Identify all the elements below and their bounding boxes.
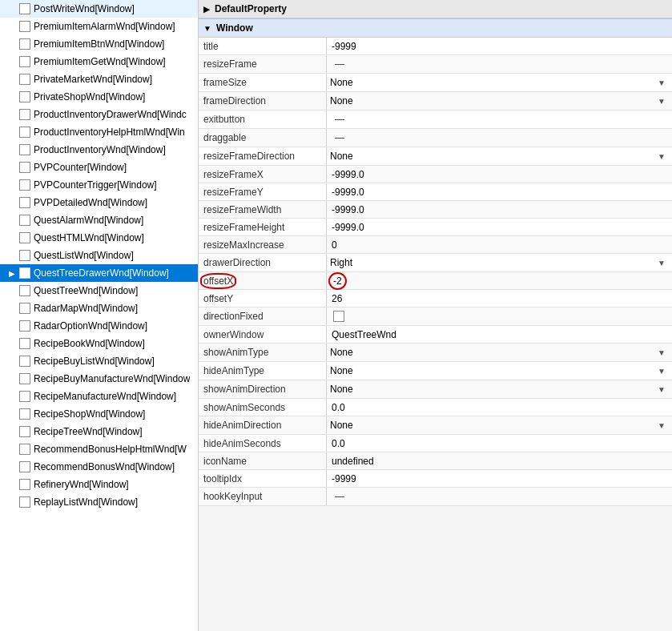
tree-item-label: RecipeBuyManufactureWnd[Window [34, 373, 190, 384]
dropdown-field[interactable]: None▼ [327, 344, 672, 361]
text-input[interactable] [330, 40, 669, 53]
property-value[interactable]: None▼ [327, 74, 672, 91]
tree-item[interactable]: RecipeBuyManufactureWnd[Window [0, 370, 198, 388]
dropdown-field[interactable]: None▼ [327, 92, 672, 110]
tree-item-label: RecipeTreeWnd[Window] [34, 426, 143, 437]
checkbox-field[interactable] [333, 311, 344, 322]
tree-item[interactable]: QuestHTMLWnd[Window] [0, 229, 198, 247]
property-value[interactable] [327, 290, 672, 307]
text-input[interactable] [330, 455, 669, 468]
tree-item[interactable]: ProductInventoryHelpHtmlWnd[Win [0, 123, 198, 141]
dropdown-field[interactable]: Right▼ [327, 254, 672, 271]
property-value[interactable] [327, 183, 672, 200]
tree-item-label: PremiumItemAlarmWnd[Window] [34, 21, 175, 32]
tree-panel[interactable]: PostWriteWnd[Window]PremiumItemAlarmWnd[… [0, 0, 199, 631]
expand-icon [6, 232, 18, 243]
tree-item[interactable]: PVPCounter[Window] [0, 159, 198, 176]
property-value[interactable] [327, 166, 672, 183]
property-value[interactable]: None▼ [327, 380, 672, 398]
property-value[interactable] [327, 435, 672, 452]
tree-item[interactable]: RecommendBonusHelpHtmlWnd[W [0, 440, 198, 458]
tree-item[interactable]: RecipeTreeWnd[Window] [0, 423, 198, 440]
text-input[interactable] [330, 472, 669, 485]
tree-item[interactable]: PremiumItemBtnWnd[Window] [0, 35, 198, 53]
tree-item[interactable]: RecipeManufactureWnd[Window] [0, 388, 198, 405]
tree-item[interactable]: QuestAlarmWnd[Window] [0, 211, 198, 229]
text-input[interactable] [330, 401, 669, 414]
property-value[interactable]: None▼ [327, 362, 672, 380]
property-value[interactable]: Right▼ [327, 254, 672, 271]
tree-item[interactable]: PostWriteWnd[Window] [0, 0, 198, 18]
property-row: hookKeyInput— [199, 488, 672, 506]
tree-item[interactable]: RecipeBuyListWnd[Window] [0, 352, 198, 370]
text-input[interactable] [330, 186, 669, 199]
tree-item[interactable]: RefineryWnd[Window] [0, 476, 198, 493]
property-row: ownerWindow [199, 326, 672, 344]
tree-item[interactable]: PVPDetailedWnd[Window] [0, 194, 198, 211]
tree-item[interactable]: RecipeBookWnd[Window] [0, 335, 198, 352]
tree-item-label: RecipeBuyListWnd[Window] [34, 356, 155, 367]
dropdown-field[interactable]: None▼ [327, 74, 672, 91]
property-row: resizeFrameX [199, 166, 672, 183]
property-value[interactable]: None▼ [327, 416, 672, 434]
property-value: — [327, 488, 672, 505]
tree-item-label: QuestListWnd[Window] [34, 250, 134, 261]
text-input[interactable] [330, 292, 669, 305]
tree-item[interactable]: PremiumItemGetWnd[Window] [0, 53, 198, 70]
text-input[interactable] [330, 437, 669, 450]
property-row: drawerDirectionRight▼ [199, 254, 672, 272]
tree-item[interactable]: QuestListWnd[Window] [0, 247, 198, 264]
property-value[interactable] [327, 399, 672, 416]
property-value[interactable] [327, 452, 672, 469]
property-row: directionFixed [199, 307, 672, 326]
file-icon [19, 496, 30, 508]
tree-item[interactable]: ProductInventoryWnd[Window] [0, 141, 198, 159]
tree-item[interactable]: ReplayListWnd[Window] [0, 493, 198, 511]
property-value[interactable] [327, 326, 672, 343]
property-value[interactable]: None▼ [327, 344, 672, 361]
dropdown-field[interactable]: None▼ [327, 416, 672, 434]
text-input[interactable] [330, 203, 669, 216]
dropdown-field[interactable]: None▼ [327, 147, 672, 165]
tree-item[interactable]: RecommendBonusWnd[Window] [0, 458, 198, 476]
property-value[interactable] [327, 201, 672, 218]
tree-item[interactable]: PrivateMarketWnd[Window] [0, 70, 198, 88]
text-input[interactable] [330, 221, 669, 234]
tree-item[interactable]: RadarOptionWnd[Window] [0, 317, 198, 335]
tree-item[interactable]: RecipeShopWnd[Window] [0, 405, 198, 423]
property-value[interactable] [327, 470, 672, 487]
property-row: frameSizeNone▼ [199, 74, 672, 92]
file-icon [19, 21, 30, 32]
property-value[interactable] [327, 38, 672, 54]
expand-icon [6, 250, 18, 261]
tree-item[interactable]: QuestTreeWnd[Window] [0, 282, 198, 299]
dropdown-value: None [330, 365, 353, 376]
dropdown-field[interactable]: None▼ [327, 362, 672, 380]
tree-item[interactable]: RadarMapWnd[Window] [0, 299, 198, 317]
expand-icon [6, 356, 18, 367]
property-value[interactable] [327, 307, 672, 325]
property-value[interactable]: -2 [327, 272, 672, 289]
tree-item-label: PVPCounter[Window] [34, 162, 127, 173]
expand-icon [6, 179, 18, 191]
text-input[interactable] [330, 328, 669, 341]
tree-item[interactable]: PVPCounterTrigger[Window] [0, 176, 198, 194]
dash-value: — [330, 57, 349, 71]
property-value[interactable]: None▼ [327, 147, 672, 165]
file-icon [19, 426, 30, 437]
dropdown-value: None [330, 77, 353, 88]
property-name: resizeMaxIncrease [199, 236, 327, 253]
tree-item[interactable]: ProductInventoryDrawerWnd[Windc [0, 106, 198, 123]
property-value[interactable] [327, 219, 672, 235]
text-input[interactable] [330, 239, 669, 251]
text-input[interactable] [330, 168, 669, 181]
dropdown-field[interactable]: None▼ [327, 380, 672, 398]
tree-item[interactable]: PremiumItemAlarmWnd[Window] [0, 18, 198, 35]
property-value[interactable]: None▼ [327, 92, 672, 110]
expand-icon [6, 74, 18, 85]
tree-item[interactable]: ▶QuestTreeDrawerWnd[Window] [0, 264, 198, 282]
file-icon [19, 373, 30, 384]
tree-item[interactable]: PrivateShopWnd[Window] [0, 88, 198, 106]
file-icon [19, 479, 30, 490]
property-value[interactable] [327, 236, 672, 253]
